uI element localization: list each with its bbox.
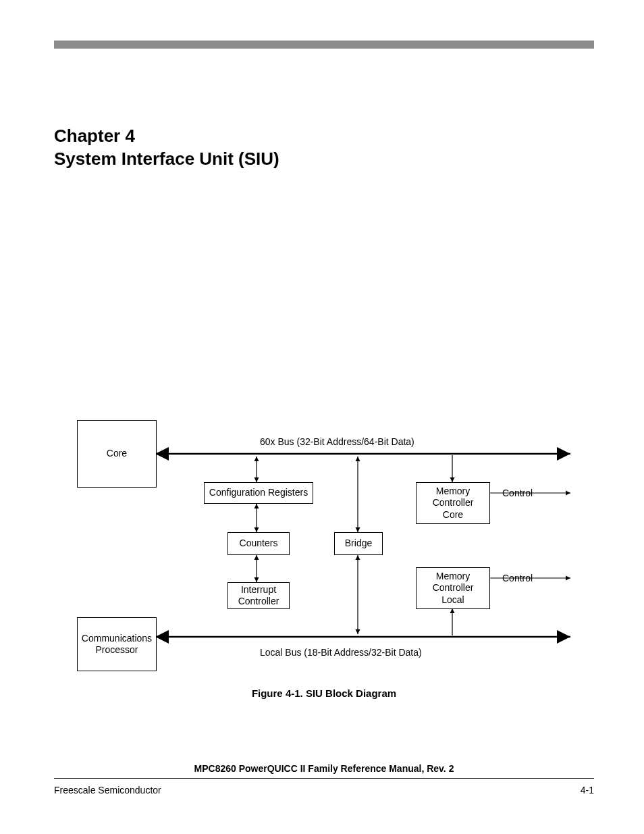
header-bar xyxy=(54,41,594,49)
block-memlocal-line2: Controller xyxy=(433,582,474,594)
label-control-top: Control xyxy=(502,488,533,498)
block-interrupt-controller: Interrupt Controller xyxy=(227,582,290,609)
block-comm-line2: Processor xyxy=(95,644,138,656)
block-interrupt-line2: Controller xyxy=(238,596,279,608)
chapter-title: System Interface Unit (SIU) xyxy=(54,148,279,171)
block-config-label: Configuration Registers xyxy=(209,487,308,499)
block-memlocal-line1: Memory xyxy=(436,571,471,583)
block-core-label: Core xyxy=(107,448,127,460)
footer-rule xyxy=(54,778,594,779)
label-control-bottom: Control xyxy=(502,573,533,583)
block-memcore-line1: Memory xyxy=(436,486,471,498)
bus-bottom-label: Local Bus (18-Bit Address/32-Bit Data) xyxy=(260,647,422,658)
block-counters: Counters xyxy=(227,532,290,555)
bus-top-label: 60x Bus (32-Bit Address/64-Bit Data) xyxy=(260,436,414,447)
figure-caption: Figure 4-1. SIU Block Diagram xyxy=(54,687,594,699)
footer-page-number: 4-1 xyxy=(581,785,594,796)
block-interrupt-line1: Interrupt xyxy=(241,584,276,596)
chapter-number: Chapter 4 xyxy=(54,125,279,148)
block-comm-processor: Communications Processor xyxy=(77,617,157,671)
block-memcore-line3: Core xyxy=(443,509,463,521)
block-memory-controller-core: Memory Controller Core xyxy=(416,482,490,524)
block-bridge-label: Bridge xyxy=(345,538,372,550)
block-counters-label: Counters xyxy=(240,538,278,550)
block-core: Core xyxy=(77,420,157,488)
block-memlocal-line3: Local xyxy=(441,594,464,606)
block-memory-controller-local: Memory Controller Local xyxy=(416,567,490,609)
block-config-registers: Configuration Registers xyxy=(204,482,313,504)
footer-manual-title: MPC8260 PowerQUICC II Family Reference M… xyxy=(54,763,594,774)
block-memcore-line2: Controller xyxy=(433,497,474,509)
siu-block-diagram: 60x Bus (32-Bit Address/64-Bit Data) Loc… xyxy=(54,417,594,687)
block-comm-line1: Communications xyxy=(82,633,152,645)
chapter-heading: Chapter 4 System Interface Unit (SIU) xyxy=(54,125,279,171)
block-bridge: Bridge xyxy=(334,532,383,555)
footer-vendor: Freescale Semiconductor xyxy=(54,785,161,796)
